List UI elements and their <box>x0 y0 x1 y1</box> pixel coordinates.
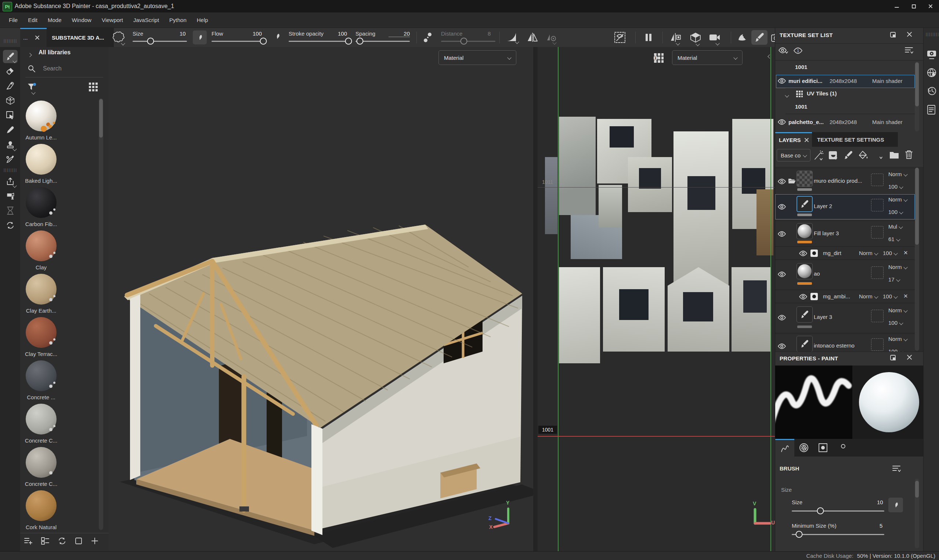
close-icon[interactable] <box>804 138 809 142</box>
min-size-slider[interactable] <box>792 531 884 537</box>
layer-row[interactable]: Layer 3 Norm 100 <box>775 303 915 333</box>
size-value[interactable]: 10 <box>180 31 186 37</box>
grid-view-icon[interactable] <box>88 82 98 92</box>
stroke-opacity-value[interactable]: 100 <box>338 31 347 37</box>
close-icon[interactable] <box>907 354 913 360</box>
close-button[interactable] <box>922 0 939 12</box>
size-pressure-button[interactable] <box>193 31 207 45</box>
add-group-icon[interactable] <box>889 151 899 159</box>
panel-overflow-tab[interactable]: ... <box>23 28 28 47</box>
layer-mask-slot[interactable] <box>871 174 883 186</box>
assets-scrollbar[interactable] <box>99 98 103 530</box>
blend-mode-select[interactable]: Norm <box>888 336 907 342</box>
add-smart-material-icon[interactable] <box>813 151 824 161</box>
layer-mask-slot[interactable] <box>871 226 883 238</box>
uv-tiles-info-icon[interactable]: i <box>654 53 664 63</box>
material-picker-tool[interactable] <box>3 153 18 166</box>
layer-name[interactable]: Fill layer 3 <box>814 230 839 236</box>
layer-name[interactable]: Layer 2 <box>814 203 832 209</box>
tab-stencil[interactable] <box>833 439 852 457</box>
eye-icon[interactable] <box>777 119 786 125</box>
pause-engine-button[interactable] <box>640 30 657 45</box>
opacity-select[interactable]: 100 <box>888 348 903 352</box>
layer-name[interactable]: Layer 3 <box>814 314 832 320</box>
asset-item[interactable]: Concrete ... <box>26 360 65 400</box>
tab-grain[interactable] <box>794 439 813 457</box>
flow-slider[interactable] <box>211 38 266 44</box>
visibility-all-icon[interactable] <box>778 47 788 54</box>
opacity-select[interactable]: 100 <box>888 320 903 326</box>
camera-view-button[interactable] <box>706 30 723 45</box>
layer-name[interactable]: intonaco esterno <box>814 342 854 349</box>
effect-row[interactable]: mg_dirt Norm 100 ✕ <box>775 247 915 260</box>
layer-thumbnail[interactable] <box>797 171 813 187</box>
menu-window[interactable]: Window <box>67 12 97 28</box>
eye-icon[interactable] <box>777 343 786 349</box>
geometry-mask-tool[interactable] <box>3 109 18 122</box>
brush-size-pressure-button[interactable] <box>888 498 903 512</box>
opacity-select[interactable]: 61 <box>888 236 900 242</box>
brush-size-value[interactable]: 10 <box>877 499 883 505</box>
opacity-select[interactable]: 100 <box>883 250 897 256</box>
texture-set-scrollbar[interactable] <box>915 62 919 131</box>
effect-row[interactable]: mg_ambi... Norm 100 ✕ <box>775 290 915 303</box>
menu-mode[interactable]: Mode <box>43 12 67 28</box>
symmetry-button[interactable] <box>524 30 541 45</box>
rail-drag-handle[interactable]: |||||||| <box>926 32 939 36</box>
asset-item[interactable]: Concrete C... <box>26 404 65 444</box>
asset-item[interactable]: Cork Natural <box>26 490 65 530</box>
tab-texture-set-settings[interactable]: TEXTURE SET SETTINGS <box>812 132 898 147</box>
close-icon[interactable] <box>907 32 913 37</box>
layer-mask-slot[interactable] <box>871 199 883 211</box>
folder-open-icon[interactable] <box>788 178 796 184</box>
eye-icon[interactable] <box>777 178 786 185</box>
symmetry-settings-button[interactable] <box>543 30 560 45</box>
falloff-curve-button[interactable] <box>506 32 518 43</box>
viewport-splitter[interactable] <box>533 47 538 551</box>
quick-mask-button[interactable] <box>612 30 628 45</box>
all-libraries-selector[interactable]: All libraries <box>39 49 71 56</box>
asset-item[interactable]: Baked Ligh... <box>26 144 63 184</box>
menu-python[interactable]: Python <box>164 12 192 28</box>
list-view-icon[interactable] <box>41 537 49 545</box>
spacing-slider[interactable] <box>356 38 410 44</box>
blend-mode-select[interactable]: Norm <box>888 196 907 203</box>
layers-scrollbar[interactable] <box>915 168 919 351</box>
blend-mode-select[interactable]: Norm <box>888 264 907 270</box>
eye-icon[interactable] <box>777 231 786 237</box>
texture-set-resolution[interactable]: 2048x2048 <box>830 119 857 125</box>
remove-effect-icon[interactable]: ✕ <box>904 293 908 300</box>
layer-thumbnail[interactable] <box>797 223 813 239</box>
filter-icon[interactable] <box>27 82 37 92</box>
search-input[interactable]: Search <box>43 65 62 72</box>
layer-name[interactable]: muro edificio prod... <box>814 178 862 184</box>
layer-row[interactable]: intonaco esterno Norm 100 <box>775 334 915 352</box>
asset-item[interactable]: Autumn Le... <box>26 100 63 140</box>
visibility-single-icon[interactable]: 1 <box>793 47 803 54</box>
export-button[interactable] <box>3 175 18 188</box>
blend-mode-select[interactable]: Norm <box>859 293 878 300</box>
all-libraries-chevron-icon[interactable] <box>28 51 31 58</box>
maximize-button[interactable] <box>905 0 922 12</box>
mask-effect-icon[interactable] <box>811 293 818 300</box>
layer-thumbnail[interactable] <box>797 336 813 352</box>
menu-viewport[interactable]: Viewport <box>97 12 128 28</box>
properties-scrollbar[interactable] <box>915 478 919 548</box>
mask-effect-icon[interactable] <box>811 249 818 257</box>
shader-settings-icon[interactable] <box>927 68 937 78</box>
particles-button[interactable] <box>734 30 751 45</box>
float-panel-icon[interactable] <box>890 354 896 361</box>
texture-set-row-selected[interactable]: muri edifici... 2048x2048 Main shader <box>776 75 915 88</box>
layer-mask-slot[interactable] <box>871 338 883 351</box>
channel-filter-dropdown[interactable]: Base co <box>777 149 811 162</box>
layer-thumbnail[interactable] <box>797 263 813 279</box>
float-panel-icon[interactable] <box>890 32 896 38</box>
sync-button[interactable] <box>3 219 18 232</box>
layer-row-fill[interactable]: ao Norm 17 <box>775 260 915 290</box>
uv-tiles-group[interactable]: UV Tiles (1) <box>807 90 837 97</box>
texture-set-row[interactable]: palchetto_e... 2048x2048 Main shader <box>776 116 915 129</box>
chevron-down-icon[interactable] <box>785 92 788 98</box>
eye-icon[interactable] <box>799 250 808 257</box>
remove-effect-icon[interactable]: ✕ <box>904 249 908 256</box>
opacity-select[interactable]: 17 <box>888 276 900 283</box>
